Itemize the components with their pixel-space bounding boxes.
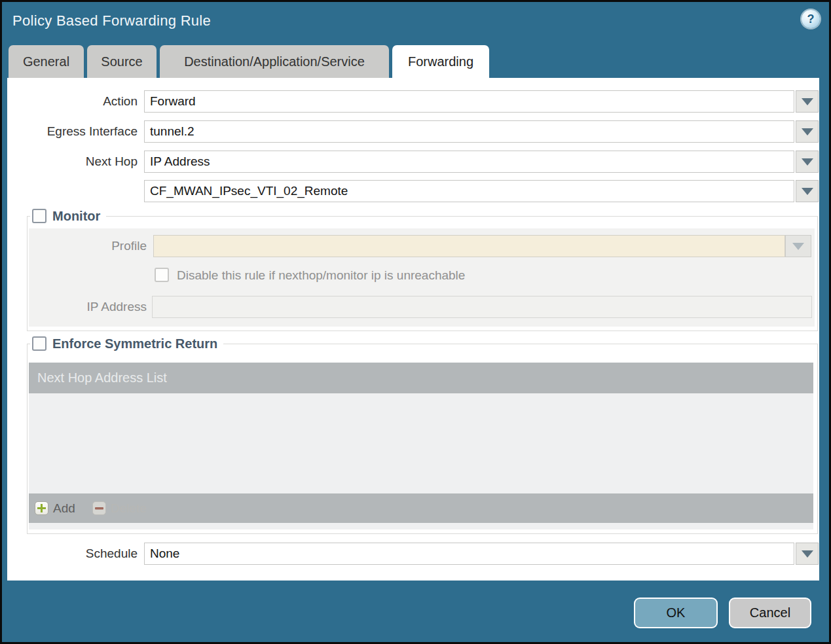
pbf-rule-dialog: Policy Based Forwarding Rule ? General S… bbox=[0, 0, 831, 644]
tab-bar: General Source Destination/Application/S… bbox=[9, 45, 489, 78]
disable-rule-label: Disable this rule if nexthop/monitor ip … bbox=[177, 268, 465, 283]
egress-interface-dropdown-button[interactable] bbox=[796, 120, 819, 143]
monitor-legend-label: Monitor bbox=[52, 208, 100, 224]
schedule-label: Schedule bbox=[7, 543, 138, 565]
help-icon[interactable]: ? bbox=[802, 10, 820, 28]
monitor-ip-address-input-disabled bbox=[152, 296, 812, 318]
next-hop-type-select[interactable]: IP Address bbox=[144, 151, 794, 173]
symmetric-return-section: Enforce Symmetric Return Next Hop Addres… bbox=[27, 344, 818, 534]
next-hop-address-dropdown-button[interactable] bbox=[796, 180, 819, 202]
chevron-down-icon bbox=[802, 188, 813, 195]
profile-label: Profile bbox=[29, 235, 147, 257]
delete-button-label: Delete bbox=[111, 501, 147, 516]
action-dropdown-button[interactable] bbox=[796, 90, 819, 113]
schedule-select[interactable]: None bbox=[144, 543, 794, 565]
tab-source[interactable]: Source bbox=[87, 45, 157, 78]
profile-dropdown-button-disabled bbox=[785, 235, 811, 257]
symmetric-return-legend: Enforce Symmetric Return bbox=[30, 336, 223, 351]
egress-interface-label: Egress Interface bbox=[7, 120, 138, 143]
symmetric-return-legend-label: Enforce Symmetric Return bbox=[52, 336, 217, 351]
cancel-button[interactable]: Cancel bbox=[729, 598, 811, 628]
delete-button-disabled: Delete bbox=[92, 501, 147, 516]
chevron-down-icon bbox=[802, 158, 813, 166]
action-label: Action bbox=[7, 90, 138, 113]
tab-destination-application-service[interactable]: Destination/Application/Service bbox=[160, 45, 389, 78]
dialog-title: Policy Based Forwarding Rule bbox=[12, 12, 211, 29]
chevron-down-icon bbox=[802, 550, 813, 558]
monitor-section: Monitor Profile Disable this rule if nex… bbox=[27, 216, 818, 331]
next-hop-label: Next Hop bbox=[7, 151, 138, 173]
tab-general[interactable]: General bbox=[9, 45, 84, 78]
action-select[interactable]: Forward bbox=[144, 90, 794, 113]
add-button-label: Add bbox=[53, 501, 75, 516]
tab-forwarding[interactable]: Forwarding bbox=[392, 45, 489, 78]
monitor-legend: Monitor bbox=[30, 208, 106, 224]
chevron-down-icon bbox=[792, 243, 804, 250]
chevron-down-icon bbox=[802, 128, 813, 135]
next-hop-address-select[interactable]: CF_MWAN_IPsec_VTI_02_Remote bbox=[144, 180, 794, 202]
dialog-content: Action Forward Egress Interface tunnel.2… bbox=[7, 78, 819, 581]
add-button[interactable]: Add bbox=[35, 501, 75, 516]
next-hop-type-dropdown-button[interactable] bbox=[796, 151, 819, 173]
next-hop-address-table: Next Hop Address List Add Delete bbox=[29, 363, 813, 529]
minus-icon bbox=[92, 501, 106, 515]
ok-button[interactable]: OK bbox=[634, 598, 718, 628]
next-hop-address-table-footer: Add Delete bbox=[29, 493, 813, 523]
next-hop-address-table-body bbox=[29, 393, 813, 493]
profile-select-disabled bbox=[153, 235, 785, 257]
egress-interface-select[interactable]: tunnel.2 bbox=[144, 120, 794, 143]
schedule-dropdown-button[interactable] bbox=[796, 543, 819, 565]
monitor-ip-address-label: IP Address bbox=[29, 296, 147, 318]
next-hop-address-list-header: Next Hop Address List bbox=[29, 363, 813, 393]
chevron-down-icon bbox=[802, 98, 813, 105]
disable-rule-checkbox-disabled bbox=[155, 268, 169, 282]
table-bottom-strip bbox=[29, 523, 813, 529]
monitor-checkbox[interactable] bbox=[32, 209, 46, 223]
monitor-panel: Profile Disable this rule if nexthop/mon… bbox=[29, 228, 815, 327]
plus-icon bbox=[35, 501, 48, 515]
enforce-symmetric-return-checkbox[interactable] bbox=[32, 336, 46, 351]
